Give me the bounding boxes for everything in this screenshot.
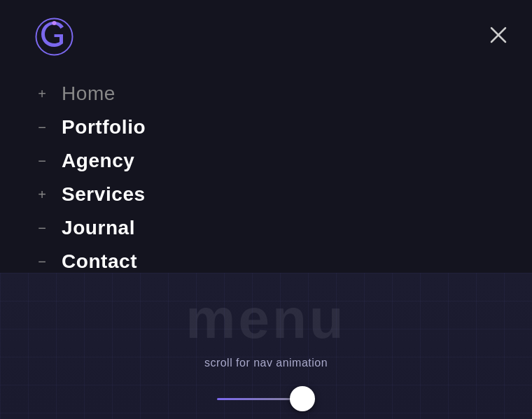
nav-item-agency[interactable]: − Agency xyxy=(35,144,146,178)
nav-menu: + Home − Portfolio − Agency + Services − xyxy=(35,77,146,278)
background-text: menu xyxy=(186,287,346,351)
nav-item-contact[interactable]: − Contact xyxy=(35,245,146,278)
nav-label-services: Services xyxy=(62,183,146,206)
logo[interactable] xyxy=(35,17,74,59)
plus-icon-2: + xyxy=(35,187,49,201)
minus-icon-3: − xyxy=(35,221,49,235)
scroll-hint: scroll for nav animation xyxy=(204,357,328,369)
nav-label-journal: Journal xyxy=(62,217,135,239)
minus-icon: − xyxy=(35,120,49,134)
nav-slider[interactable] xyxy=(217,386,315,411)
svg-point-1 xyxy=(52,21,57,25)
minus-icon-2: − xyxy=(35,154,49,168)
close-icon xyxy=(489,25,508,45)
nav-item-portfolio[interactable]: − Portfolio xyxy=(35,111,146,144)
nav-item-home[interactable]: + Home xyxy=(35,77,146,111)
plus-icon: + xyxy=(35,87,49,101)
nav-panel: + Home − Portfolio − Agency + Services − xyxy=(0,0,532,273)
nav-item-journal[interactable]: − Journal xyxy=(35,211,146,245)
nav-label-agency: Agency xyxy=(62,150,135,172)
minus-icon-4: − xyxy=(35,255,49,269)
slider-thumb[interactable] xyxy=(290,386,315,411)
close-button[interactable] xyxy=(486,22,511,48)
nav-label-contact: Contact xyxy=(62,250,137,273)
nav-label-home: Home xyxy=(62,83,115,105)
nav-item-services[interactable]: + Services xyxy=(35,178,146,211)
bottom-section: menu scroll for nav animation xyxy=(0,273,532,419)
nav-label-portfolio: Portfolio xyxy=(62,116,146,139)
